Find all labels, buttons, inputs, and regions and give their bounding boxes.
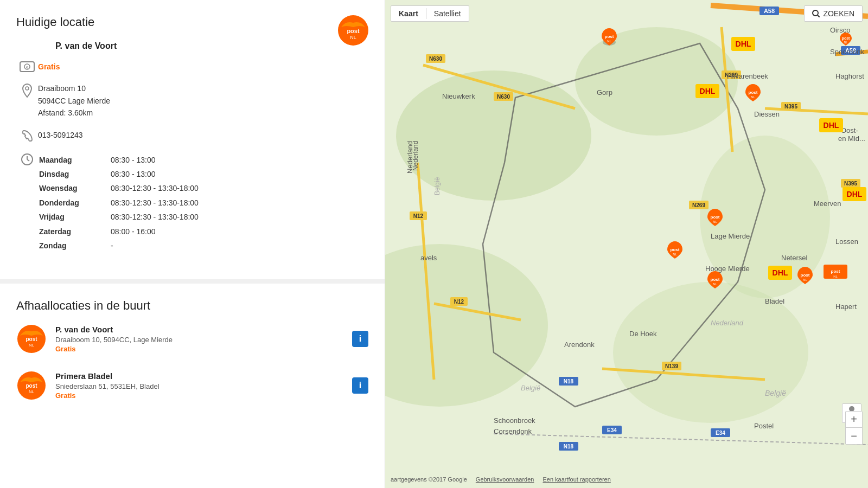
svg-text:Schoonbroek: Schoonbroek bbox=[494, 416, 535, 425]
hours-row-item: Maandag08:30 - 13:00 bbox=[39, 153, 367, 166]
svg-text:Nederland: Nederland bbox=[711, 319, 744, 327]
svg-text:post: post bbox=[25, 383, 37, 389]
svg-text:NL: NL bbox=[713, 220, 717, 223]
svg-text:post: post bbox=[711, 277, 720, 282]
nearby-item-name: P. van de Voort bbox=[55, 325, 346, 334]
svg-text:N269: N269 bbox=[692, 202, 705, 208]
search-button[interactable]: ZOEKEN bbox=[804, 5, 863, 22]
svg-text:N139: N139 bbox=[665, 363, 678, 369]
map-attribution: aartgegevens ©2017 Google Gebruiksvoorwa… bbox=[385, 476, 868, 483]
price-row: € Gratis bbox=[16, 61, 368, 73]
svg-text:N18: N18 bbox=[564, 378, 574, 384]
zoom-in-button[interactable]: + bbox=[846, 412, 862, 428]
tab-satelliet[interactable]: Satelliet bbox=[426, 6, 469, 21]
phone-icon bbox=[16, 130, 38, 143]
map-svg: A58 A58 A58 N269 N630 N630 N395 N395 N12 bbox=[385, 0, 868, 488]
nearby-list: post NL P. van de Voort Draaiboom 10, 50… bbox=[16, 324, 368, 406]
svg-text:NL: NL bbox=[29, 343, 35, 348]
svg-point-7 bbox=[25, 87, 29, 90]
svg-text:post: post bbox=[711, 215, 720, 220]
svg-text:Oost-: Oost- bbox=[841, 126, 858, 134]
svg-text:Postel: Postel bbox=[754, 422, 774, 430]
nearby-item-info: P. van de Voort Draaiboom 10, 5094CC, La… bbox=[55, 325, 346, 353]
svg-text:N630: N630 bbox=[429, 56, 442, 62]
nearby-item-info-button[interactable]: i bbox=[352, 331, 368, 347]
svg-text:DHL: DHL bbox=[847, 190, 863, 198]
hours-table: Maandag08:30 - 13:00Dinsdag08:30 - 13:00… bbox=[38, 152, 368, 254]
hours-row-item: Dinsdag08:30 - 13:00 bbox=[39, 168, 367, 181]
svg-text:E34: E34 bbox=[716, 430, 725, 436]
svg-text:België: België bbox=[521, 384, 540, 392]
nearby-item-price: Gratis bbox=[55, 391, 346, 400]
svg-text:DHL: DHL bbox=[824, 121, 839, 130]
svg-text:E34: E34 bbox=[607, 427, 617, 433]
tab-kaart[interactable]: Kaart bbox=[391, 6, 426, 21]
address-content: Draaiboom 10 5094CC Lage Mierde Afstand:… bbox=[38, 82, 368, 119]
current-location-section: Huidige locatie post NL P. van de Voort … bbox=[0, 0, 385, 279]
svg-text:Spoordonk: Spoordonk bbox=[830, 48, 864, 56]
svg-text:Corsendonk: Corsendonk bbox=[494, 427, 532, 435]
svg-text:N18: N18 bbox=[564, 444, 574, 450]
phone-row: 013-5091243 bbox=[16, 129, 368, 143]
nearby-item-address: Draaiboom 10, 5094CC, Lage Mierde bbox=[55, 336, 346, 344]
svg-text:N395: N395 bbox=[784, 104, 797, 110]
nearby-title: Afhaallocaties in de buurt bbox=[16, 299, 368, 313]
svg-text:N630: N630 bbox=[497, 94, 510, 100]
hours-row: Maandag08:30 - 13:00Dinsdag08:30 - 13:00… bbox=[16, 152, 368, 254]
svg-text:avels: avels bbox=[420, 254, 437, 262]
location-name: P. van de Voort bbox=[55, 41, 368, 51]
svg-text:N12: N12 bbox=[413, 213, 424, 219]
svg-text:DHL: DHL bbox=[736, 40, 751, 48]
svg-text:Meerven: Meerven bbox=[814, 200, 841, 208]
zoom-out-button[interactable]: − bbox=[846, 428, 862, 444]
nearby-item-name: Primera Bladel bbox=[55, 371, 346, 381]
hours-content: Maandag08:30 - 13:00Dinsdag08:30 - 13:00… bbox=[38, 152, 368, 254]
svg-text:Hooge Mierde: Hooge Mierde bbox=[705, 265, 750, 273]
svg-text:NL: NL bbox=[751, 95, 755, 99]
svg-text:Diessen: Diessen bbox=[754, 110, 780, 118]
svg-text:Gorp: Gorp bbox=[597, 88, 612, 97]
section-divider bbox=[0, 279, 385, 284]
hours-row-item: Vrijdag08:30-12:30 - 13:30-18:00 bbox=[39, 210, 367, 223]
hours-row-item: Zondag- bbox=[39, 239, 367, 252]
svg-text:Haghorst: Haghorst bbox=[835, 72, 864, 80]
nearby-list-item[interactable]: post NL Primera Bladel Sniederslaan 51, … bbox=[16, 370, 368, 406]
svg-text:post: post bbox=[842, 36, 850, 41]
hours-row-item: Zaterdag08:00 - 16:00 bbox=[39, 225, 367, 238]
price-value: Gratis bbox=[38, 61, 368, 73]
map-tabs[interactable]: Kaart Satelliet bbox=[391, 5, 469, 22]
svg-text:A58: A58 bbox=[764, 8, 775, 14]
svg-text:Hilvarenbeek: Hilvarenbeek bbox=[727, 72, 768, 80]
left-panel: Huidige locatie post NL P. van de Voort … bbox=[0, 0, 385, 488]
svg-point-120 bbox=[813, 10, 818, 16]
nearby-item-price: Gratis bbox=[55, 345, 346, 353]
search-icon bbox=[812, 10, 820, 17]
nearby-list-item[interactable]: post NL P. van de Voort Draaiboom 10, 50… bbox=[16, 324, 368, 359]
svg-line-10 bbox=[27, 159, 29, 161]
svg-text:Nieuwkerk: Nieuwkerk bbox=[442, 92, 475, 100]
location-pin-icon bbox=[16, 83, 38, 98]
clock-icon bbox=[16, 153, 38, 166]
money-icon: € bbox=[16, 61, 38, 72]
nearby-item-logo: post NL bbox=[16, 324, 47, 354]
nearby-item-info: Primera Bladel Sniederslaan 51, 5531EH, … bbox=[55, 371, 346, 400]
svg-text:post: post bbox=[749, 90, 758, 95]
address-row: Draaiboom 10 5094CC Lage Mierde Afstand:… bbox=[16, 82, 368, 119]
nearby-section: Afhaallocaties in de buurt post NL P. va… bbox=[0, 284, 385, 433]
svg-text:Hapert: Hapert bbox=[835, 303, 857, 311]
svg-text:post: post bbox=[671, 247, 680, 252]
svg-text:NL: NL bbox=[673, 253, 677, 256]
hours-row-item: Woensdag08:30-12:30 - 13:30-18:00 bbox=[39, 182, 367, 195]
svg-text:NL: NL bbox=[713, 282, 717, 286]
phone-value: 013-5091243 bbox=[38, 129, 368, 141]
svg-text:Lossen: Lossen bbox=[835, 237, 858, 246]
nearby-item-info-button[interactable]: i bbox=[352, 377, 368, 394]
svg-text:NL: NL bbox=[803, 278, 807, 281]
svg-text:N12: N12 bbox=[454, 299, 464, 305]
nearby-item-address: Sniederslaan 51, 5531EH, Bladel bbox=[55, 382, 346, 390]
svg-text:Arendonk: Arendonk bbox=[564, 341, 595, 349]
svg-text:NL: NL bbox=[844, 41, 848, 44]
section-title: Huidige locatie bbox=[16, 15, 368, 29]
svg-text:NL: NL bbox=[350, 35, 356, 40]
svg-text:DHL: DHL bbox=[700, 87, 716, 95]
